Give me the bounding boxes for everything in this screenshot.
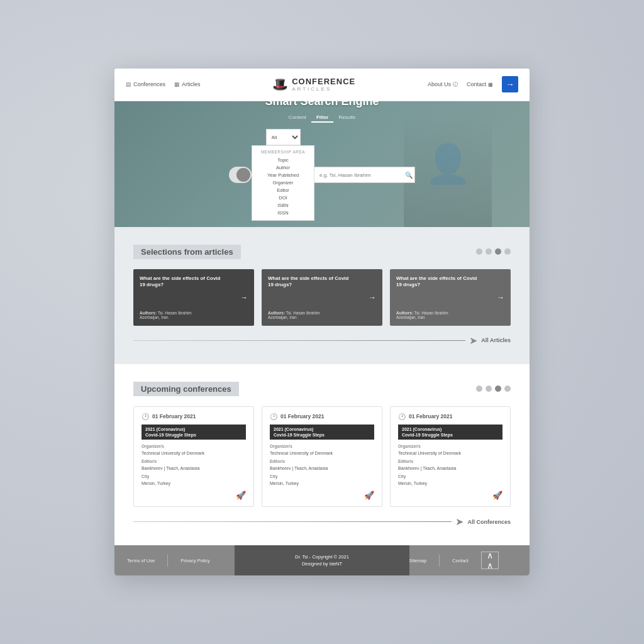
all-articles-arrow-icon: ➤ [469, 335, 477, 347]
conferences-cards-grid: 🕐 01 February 2021 2021 (Coronavirus)Cov… [133, 406, 511, 507]
article-card-1-meta: Authors: Tsi. Hasan Ibrahim Azerbaijan, … [140, 311, 248, 319]
conf-card-3-city-label: City [398, 474, 502, 479]
conf-card-2-org-label: Organizer/s [270, 444, 374, 448]
conf-dot-1[interactable] [476, 386, 482, 392]
search-dropdown-container: All Topic Author Membership Area Topic A… [252, 129, 314, 221]
all-articles-line [133, 340, 465, 341]
dropdown-author[interactable]: Author [258, 164, 308, 171]
conf-dot-4[interactable] [504, 386, 511, 392]
nav-articles-link[interactable]: ▦ Articles [174, 81, 201, 87]
conf-card-1-badge: 2021 (Coronavirus)Covid-19 Struggle Step… [142, 425, 246, 440]
search-input[interactable] [314, 167, 415, 183]
nav-articles-label: Articles [182, 81, 201, 87]
all-conferences-arrow-icon: ➤ [455, 516, 464, 528]
footer-privacy-link[interactable]: Privacy Policy [180, 558, 210, 564]
article-card-3-meta: Authors: Tsi. Hasan Ibrahim Azerbaijan, … [396, 311, 504, 319]
nav-contact-label: Contact [467, 81, 486, 87]
articles-dot-2[interactable] [486, 248, 492, 255]
all-conferences-link[interactable]: All Conferences [467, 519, 511, 525]
dropdown-issn[interactable]: ISSN [258, 209, 308, 216]
all-articles-row: ➤ All Articles [133, 335, 511, 347]
conf-card-2-city-value: Mersin, Turkey [270, 481, 374, 486]
footer-divider-2 [439, 554, 440, 567]
hero-tabs: Content Filter Results [114, 113, 530, 123]
logo-texts: CONFERENCE ARTICLES [292, 77, 355, 92]
conf-card-2-date-row: 🕐 01 February 2021 [270, 413, 374, 420]
articles-dot-1[interactable] [476, 248, 482, 255]
footer-right: Sitemap Contact ∧∧ [409, 552, 517, 569]
search-bar-wrapper: All Topic Author Membership Area Topic A… [114, 129, 530, 221]
footer-terms-link[interactable]: Terms of Use [127, 558, 155, 564]
conf-card-1-city-label: City [142, 474, 246, 479]
conf-card-1[interactable]: 🕐 01 February 2021 2021 (Coronavirus)Cov… [133, 406, 254, 507]
nav-arrow-button[interactable]: → [502, 76, 518, 92]
hero-title: Smart Search Engine [114, 101, 530, 109]
articles-section-header: Selections from articles [133, 245, 511, 259]
conf-card-2[interactable]: 🕐 01 February 2021 2021 (Coronavirus)Cov… [262, 406, 382, 507]
conf-dot-2[interactable] [486, 386, 492, 392]
footer-divider-1 [167, 554, 168, 567]
footer-contact-link[interactable]: Contact [452, 558, 469, 564]
dropdown-doi[interactable]: DOI [258, 194, 308, 201]
articles-dot-3[interactable] [495, 248, 501, 255]
article-card-3-title: What are the side effects of Covid 19 dr… [396, 275, 483, 289]
dropdown-topic[interactable]: Topic [258, 156, 308, 164]
conferences-dots [476, 386, 511, 392]
footer-sitemap-link[interactable]: Sitemap [409, 558, 427, 564]
nav-right: About Us ⓘ Contact ▦ → [428, 76, 518, 92]
logo-sub-text: ARTICLES [292, 86, 355, 92]
conferences-section-header: Upcoming conferences [133, 382, 511, 396]
conf-card-1-ed-value: Bankhorev | Tkach, Anastasia [142, 466, 246, 470]
article-card-2[interactable]: What are the side effects of Covid 19 dr… [262, 269, 382, 326]
conf-card-2-ed-value: Bankhorev | Tkach, Anastasia [270, 466, 374, 470]
search-dropdown: Membership Area Topic Author Year Publis… [252, 145, 314, 221]
articles-cards-grid: What are the side effects of Covid 19 dr… [133, 269, 511, 326]
footer-copyright-line2: Designed by IdeNT [241, 560, 402, 567]
conf-card-3-org-label: Organizer/s [398, 444, 502, 448]
hero-content: Smart Search Engine Content Filter Resul… [114, 101, 530, 227]
search-button[interactable]: 🔍 [405, 172, 413, 179]
article-card-1-arrow: → [240, 293, 248, 302]
article-card-3[interactable]: What are the side effects of Covid 19 dr… [390, 269, 511, 326]
conf-card-1-city-value: Mersin, Turkey [142, 481, 246, 486]
dropdown-organizer[interactable]: Organizer [258, 179, 308, 186]
search-category-select[interactable]: All Topic Author [266, 129, 301, 145]
scroll-to-top-button[interactable]: ∧∧ [481, 552, 499, 569]
conf-card-1-date: 01 February 2021 [152, 413, 196, 419]
hero-tab-content[interactable]: Content [284, 113, 311, 123]
conf-card-1-rocket-icon: 🚀 [142, 491, 246, 500]
hero-tab-filter[interactable]: Filter [311, 113, 334, 123]
nav-left: ▤ Conferences ▦ Articles [126, 81, 201, 87]
articles-dots [476, 248, 511, 255]
article-card-3-arrow: → [497, 293, 504, 302]
dropdown-editor[interactable]: Editor [258, 186, 308, 194]
articles-dot-4[interactable] [504, 248, 511, 255]
footer-center: Dr. Tsi - Copyright © 2021 Designed by I… [235, 545, 409, 575]
conf-card-3[interactable]: 🕐 01 February 2021 2021 (Coronavirus)Cov… [390, 406, 511, 507]
conf-card-3-badge: 2021 (Coronavirus)Covid-19 Struggle Step… [398, 425, 502, 440]
nav-about-link[interactable]: About Us ⓘ [428, 81, 458, 88]
conf-card-3-rocket-icon: 🚀 [398, 491, 502, 500]
search-input-wrap: 🔍 [314, 167, 415, 183]
all-articles-link[interactable]: All Articles [481, 337, 511, 343]
conferences-icon: ▤ [126, 81, 131, 87]
clock-icon-3: 🕐 [398, 413, 406, 420]
dropdown-year[interactable]: Year Published [258, 171, 308, 179]
nav-conferences-label: Conferences [133, 81, 165, 87]
nav-conferences-link[interactable]: ▤ Conferences [126, 81, 165, 87]
article-card-1[interactable]: What are the side effects of Covid 19 dr… [133, 269, 254, 326]
nav-contact-link[interactable]: Contact ▦ [467, 81, 493, 87]
footer: Terms of Use Privacy Policy Dr. Tsi - Co… [114, 545, 530, 575]
articles-section: Selections from articles What are the si… [114, 227, 530, 364]
conf-dot-3[interactable] [495, 386, 501, 392]
conf-card-1-org-value: Technical University of Denmark [142, 451, 246, 455]
all-conferences-row: ➤ All Conferences [133, 516, 511, 528]
footer-left: Terms of Use Privacy Policy [127, 554, 235, 567]
search-toggle[interactable] [229, 167, 252, 183]
hero-section: 👤 Smart Search Engine Content Filter Res… [114, 101, 530, 227]
hero-tab-results[interactable]: Results [333, 113, 360, 123]
all-conferences-line [133, 521, 452, 522]
dropdown-isbn[interactable]: ISBN [258, 201, 308, 209]
conf-card-3-ed-label: Editor/s [398, 459, 502, 464]
conf-card-3-org-value: Technical University of Denmark [398, 451, 502, 455]
